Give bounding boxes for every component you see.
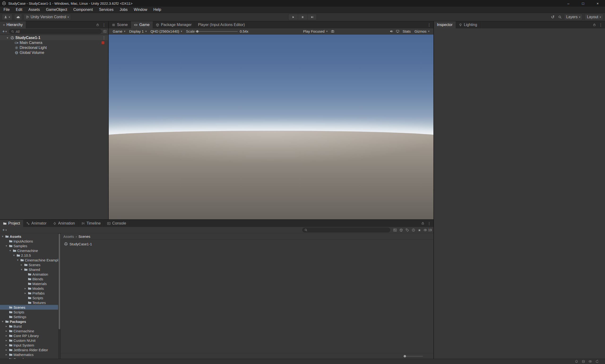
project-tree-item-cinemachine[interactable]: ▸Cinemachine — [0, 328, 58, 333]
foldout-closed-icon[interactable]: ▸ — [5, 325, 8, 328]
cache-server-icon[interactable] — [582, 360, 585, 363]
project-tree-item-materials[interactable]: Materials — [0, 281, 58, 286]
project-tree-item-prefabs[interactable]: ▸Prefabs — [0, 291, 58, 296]
foldout-open-icon[interactable]: ▾ — [12, 254, 16, 257]
project-tree-item-cinemachine[interactable]: ▾Cinemachine — [0, 248, 58, 253]
minimize-button[interactable]: – — [561, 0, 576, 7]
project-tree-item-input-system[interactable]: ▸Input System — [0, 343, 58, 348]
play-button[interactable] — [288, 14, 298, 20]
tab-hierarchy[interactable]: ≡ Hierarchy — [0, 21, 26, 28]
menu-file[interactable]: File — [0, 7, 13, 13]
menu-assets[interactable]: Assets — [25, 7, 43, 13]
menu-gameobject[interactable]: GameObject — [43, 7, 70, 13]
tab-timeline[interactable]: Timeline — [78, 220, 104, 227]
open-in-search-icon[interactable] — [393, 228, 397, 232]
project-tree-item-searcher[interactable]: ▸Searcher — [0, 357, 58, 359]
menu-jobs[interactable]: Jobs — [116, 7, 131, 13]
kebab-menu-icon[interactable]: ⋮ — [102, 23, 106, 27]
tab-game[interactable]: Game — [131, 21, 153, 28]
game-view-mode-dropdown[interactable]: Game ▾ — [111, 29, 127, 34]
foldout-closed-icon[interactable]: ▸ — [5, 353, 8, 356]
tab-animator[interactable]: Animator — [23, 220, 50, 227]
scene-kebab-menu-icon[interactable]: ⋮ — [102, 36, 106, 40]
project-tree-item-custom-nunit[interactable]: ▸Custom NUnit — [0, 338, 58, 343]
menu-services[interactable]: Services — [96, 7, 116, 13]
project-tree-item-samples[interactable]: ▾Samples — [0, 244, 58, 248]
foldout-open-icon[interactable]: ▾ — [1, 235, 4, 238]
project-tree-item-jetbrains-rider-editor[interactable]: ▸JetBrains Rider Editor — [0, 348, 58, 352]
import-alert-icon[interactable] — [412, 228, 415, 232]
step-button[interactable] — [307, 14, 317, 20]
tab-lighting[interactable]: Lighting — [456, 21, 480, 28]
project-tree-item-animation[interactable]: Animation — [0, 272, 58, 276]
menu-component[interactable]: Component — [70, 7, 96, 13]
undo-history-button[interactable]: ↺ — [550, 14, 556, 20]
breadcrumb-root[interactable]: Assets — [63, 234, 74, 238]
foldout-closed-icon[interactable]: ▸ — [5, 334, 8, 337]
project-tree-item-scenes[interactable]: ▸Scenes — [0, 262, 58, 267]
menu-window[interactable]: Window — [131, 7, 150, 13]
foldout-closed-icon[interactable]: ▸ — [5, 339, 8, 342]
hidden-packages-toggle[interactable]: 19 — [424, 228, 432, 232]
project-search-input[interactable] — [302, 228, 390, 232]
cloud-button[interactable] — [14, 14, 22, 20]
layers-dropdown[interactable]: Layers ▾ — [564, 14, 582, 20]
version-control-dropdown[interactable]: Unity Version Control ▾ — [24, 14, 71, 20]
foldout-closed-icon[interactable]: ▸ — [5, 343, 8, 347]
hierarchy-item-directional-light[interactable]: Directional Light — [0, 45, 108, 50]
kebab-menu-icon[interactable]: ⋮ — [427, 23, 431, 27]
slider-knob[interactable] — [196, 30, 198, 33]
foldout-closed-icon[interactable]: ▸ — [20, 263, 23, 266]
asset-item-studycase1-1[interactable]: StudyCase1-1 — [63, 241, 93, 247]
screenshot-button[interactable] — [329, 29, 335, 33]
stats-button[interactable]: Stats — [400, 29, 412, 34]
vsync-button[interactable] — [394, 29, 400, 33]
foldout-open-icon[interactable]: ▾ — [1, 320, 4, 323]
project-tree-item-assets[interactable]: ▾Assets — [0, 234, 58, 239]
lock-icon[interactable] — [593, 23, 596, 26]
tab-project[interactable]: Project — [0, 220, 23, 227]
hierarchy-item-global-volume[interactable]: Global Volume — [0, 50, 108, 55]
play-focused-dropdown[interactable]: Play Focused ▾ — [301, 29, 329, 34]
close-button[interactable]: × — [590, 0, 605, 7]
search-pick-icon[interactable] — [103, 30, 107, 33]
mute-audio-button[interactable] — [388, 29, 394, 33]
game-viewport[interactable] — [109, 35, 433, 219]
foldout-closed-icon[interactable]: ▸ — [5, 329, 8, 333]
kebab-menu-icon[interactable]: ⋮ — [599, 23, 603, 27]
hierarchy-scene-row[interactable]: ▾ StudyCase1-1 ⋮ — [0, 35, 108, 40]
filter-by-type-icon[interactable] — [399, 228, 403, 232]
icon-size-slider[interactable] — [403, 355, 423, 358]
project-tree-item-models[interactable]: ▸Models — [0, 286, 58, 291]
filter-by-label-icon[interactable] — [406, 228, 409, 232]
tab-console[interactable]: Console — [104, 220, 129, 227]
project-tree-item-inputactions[interactable]: InputActions — [0, 239, 58, 244]
project-tree-item-shared[interactable]: ▾Shared — [0, 267, 58, 272]
sync-status-icon[interactable] — [595, 360, 599, 363]
project-tree-item-cinemachine-examples[interactable]: ▾Cinemachine Examples — [0, 258, 58, 262]
project-tree-item-blends[interactable]: Blends — [0, 276, 58, 281]
resolution-dropdown[interactable]: QHD (2560x1440) ▾ — [149, 29, 184, 34]
foldout-closed-icon[interactable]: ▸ — [5, 348, 8, 351]
scrollbar-thumb[interactable] — [59, 234, 60, 329]
menu-help[interactable]: Help — [150, 7, 164, 13]
project-tree-item-scripts[interactable]: Scripts — [0, 296, 58, 300]
lock-icon[interactable] — [96, 23, 99, 26]
maximize-button[interactable]: □ — [576, 0, 590, 7]
foldout-open-icon[interactable]: ▾ — [5, 244, 8, 247]
foldout-open-icon[interactable]: ▾ — [9, 249, 12, 252]
project-tree-item-mathematics[interactable]: ▸Mathematics — [0, 352, 58, 357]
hierarchy-item-main-camera[interactable]: Main Camera — [0, 40, 108, 45]
create-asset-button[interactable]: +▾ — [2, 228, 7, 232]
gizmos-dropdown[interactable]: Gizmos ▾ — [413, 29, 431, 34]
project-tree-item-burst[interactable]: ▸Burst — [0, 324, 58, 328]
breadcrumb-current[interactable]: Scenes — [78, 234, 90, 238]
foldout-open-icon[interactable]: ▾ — [20, 268, 23, 271]
foldout-closed-icon[interactable]: ▸ — [24, 291, 27, 295]
lock-icon[interactable] — [421, 222, 425, 225]
scale-slider[interactable] — [195, 30, 238, 33]
foldout-open-icon[interactable]: ▾ — [16, 258, 19, 262]
foldout-closed-icon[interactable]: ▸ — [24, 287, 27, 290]
tab-package-manager[interactable]: Package Manager — [153, 21, 195, 28]
project-tree-item-2-10-5[interactable]: ▾2.10.5 — [0, 253, 58, 258]
